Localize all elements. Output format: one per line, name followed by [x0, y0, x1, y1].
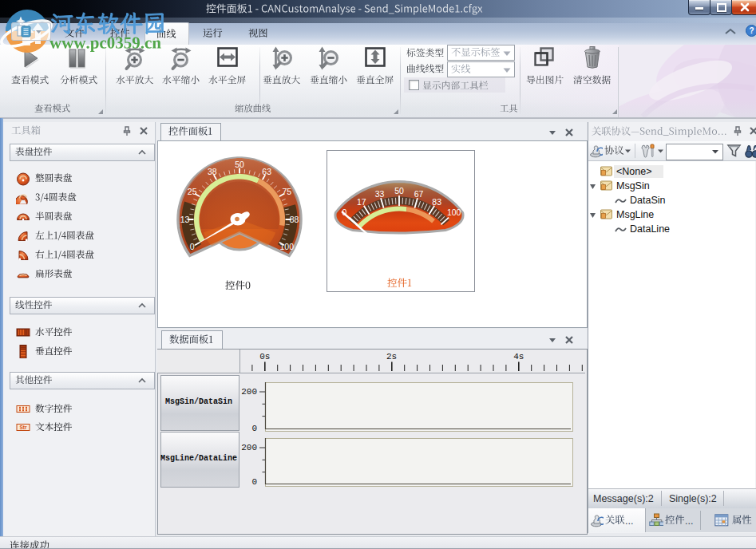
svg-text:?: ?	[749, 26, 754, 35]
svg-text:88: 88	[290, 215, 299, 224]
svg-text:67: 67	[414, 189, 424, 199]
svg-text:33: 33	[375, 189, 385, 199]
svg-text:100: 100	[447, 207, 461, 217]
svg-text:100: 100	[280, 242, 295, 251]
svg-text:13: 13	[180, 215, 190, 224]
svg-text:Str: Str	[19, 425, 27, 430]
svg-text:25: 25	[188, 187, 197, 196]
svg-text:38: 38	[208, 167, 217, 176]
svg-text:0: 0	[190, 242, 195, 251]
svg-text:83: 83	[432, 197, 441, 207]
svg-text:50: 50	[235, 160, 244, 169]
svg-text:17: 17	[357, 197, 366, 207]
svg-text:50: 50	[394, 186, 404, 196]
svg-text:75: 75	[282, 187, 291, 196]
svg-text:63: 63	[262, 167, 271, 176]
